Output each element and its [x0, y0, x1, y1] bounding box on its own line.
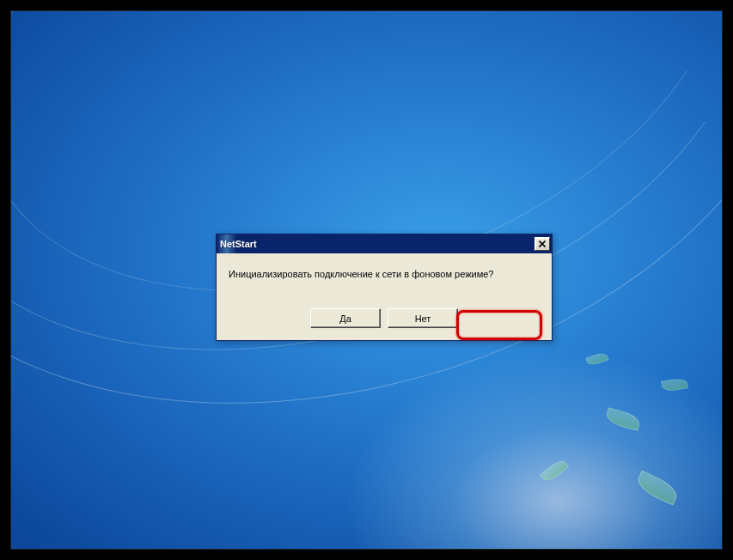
close-icon [539, 240, 546, 247]
dialog-title: NetStart [220, 239, 257, 249]
dialog-titlebar[interactable]: NetStart [217, 234, 552, 253]
dialog-button-row: Да Нет [217, 303, 552, 340]
dialog-message: Инициализировать подключение к сети в фо… [217, 253, 552, 303]
close-button[interactable] [534, 237, 550, 251]
yes-button[interactable]: Да [310, 308, 381, 328]
dialog-window: NetStart Инициализировать подключение к … [216, 234, 553, 341]
desktop-background: NetStart Инициализировать подключение к … [10, 10, 723, 550]
no-button[interactable]: Нет [388, 308, 458, 328]
